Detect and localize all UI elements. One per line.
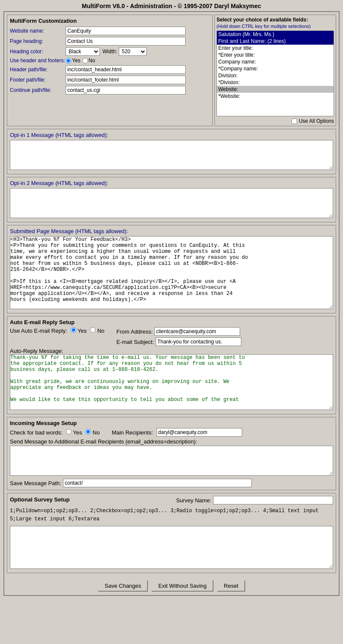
- survey-textarea[interactable]: [10, 526, 333, 569]
- use-auto-email-label: Use Auto E-mail Reply:: [10, 328, 67, 334]
- auto-email-left: Use Auto E-mail Reply: Yes No: [10, 327, 105, 336]
- auto-email-section: Auto E-mail Reply Setup Use Auto E-mail …: [7, 316, 336, 414]
- use-all-row: Use All Options: [217, 118, 334, 124]
- bad-words-yes-label[interactable]: Yes: [66, 429, 82, 436]
- heading-color-label: Heading color:: [10, 49, 66, 55]
- yes-radio-label[interactable]: Yes: [66, 58, 81, 64]
- optin1-section: Opt-in 1 Message (HTML tags allowed):: [7, 129, 336, 174]
- from-address-input[interactable]: [154, 327, 240, 336]
- optin2-header: Opt-in 2 Message (HTML tags allowed):: [10, 180, 333, 186]
- survey-header-row: Optional Survey Setup Survey Name:: [10, 496, 333, 504]
- use-auto-email-row: Use Auto E-mail Reply: Yes No: [10, 327, 105, 334]
- auto-no-radio[interactable]: [90, 327, 96, 333]
- save-path-input[interactable]: [63, 479, 252, 487]
- save-changes-button[interactable]: Save Changes: [98, 580, 148, 592]
- auto-reply-textarea[interactable]: Thank-you %f for taking the time to e-ma…: [10, 354, 333, 410]
- exit-without-saving-button[interactable]: Exit Without Saving: [151, 580, 214, 592]
- optin2-label-bold: Opt-in 2 Message: [10, 180, 54, 186]
- continue-path-input[interactable]: [66, 86, 186, 94]
- buttons-row: Save Changes Exit Without Saving Reset: [4, 576, 339, 595]
- use-header-label: Use header and footers:: [10, 58, 66, 64]
- heading-color-select[interactable]: Black White Red Blue Green: [66, 47, 100, 56]
- optin2-label-suffix: (HTML tags allowed):: [54, 180, 108, 186]
- website-name-label: Website name:: [10, 28, 66, 34]
- optin1-textarea[interactable]: [10, 140, 333, 170]
- optin1-label-bold: Opt-in 1 Message: [10, 132, 54, 138]
- page-heading-row: Page heading:: [10, 37, 210, 46]
- yes-radio[interactable]: [66, 58, 71, 64]
- no-radio[interactable]: [82, 58, 88, 64]
- auto-email-top: Use Auto E-mail Reply: Yes No From Addre…: [10, 327, 333, 346]
- auto-reply-label: Auto-Reply Message:: [10, 348, 333, 354]
- submitted-page-label-bold: Submitted Page Message: [10, 228, 74, 234]
- auto-yes-radio[interactable]: [71, 327, 76, 333]
- fields-listbox[interactable]: Salutation (Mr. Mrs. Ms.) First and Last…: [217, 30, 334, 116]
- email-subject-label: E-mail Subject:: [117, 339, 154, 345]
- incoming-top-row: Check for bad words: Yes No Main Recipie…: [10, 428, 333, 437]
- use-all-checkbox[interactable]: [292, 118, 297, 124]
- page-title: MultiForm V6.0 - Administration - © 1995…: [0, 0, 343, 11]
- use-header-radio-group: Yes No: [66, 58, 95, 64]
- customization-panel: MultiForm Customization Website name: Pa…: [7, 15, 213, 126]
- email-subject-input[interactable]: [156, 337, 241, 346]
- submitted-page-textarea[interactable]: <H3>Thank-you %f For Your Feedback</H3> …: [10, 236, 333, 309]
- continue-path-row: Continue path/file:: [10, 86, 210, 94]
- footer-path-label: Footer path/file:: [10, 77, 66, 83]
- use-all-label[interactable]: Use All Options: [299, 118, 334, 124]
- header-path-row: Header path/file:: [10, 65, 210, 74]
- survey-name-label: Survey Name:: [176, 497, 211, 504]
- continue-path-label: Continue path/file:: [10, 87, 66, 93]
- heading-color-row: Heading color: Black White Red Blue Gree…: [10, 47, 210, 56]
- survey-section: Optional Survey Setup Survey Name: 1;Pul…: [7, 493, 336, 573]
- fields-panel: Select your choice of available fields: …: [214, 15, 336, 126]
- additional-textarea[interactable]: [10, 446, 333, 476]
- survey-instructions: 1;Pulldown=op1;op2;op3... 2;Checkbox=op1…: [10, 507, 333, 523]
- submitted-page-header: Submitted Page Message (HTML tags allowe…: [10, 228, 333, 234]
- main-container: MultiForm Customization Website name: Pa…: [3, 11, 340, 596]
- incoming-section: Incoming Message Setup Check for bad wor…: [7, 417, 336, 490]
- header-path-label: Header path/file:: [10, 67, 66, 73]
- email-subject-row: E-mail Subject:: [117, 337, 241, 346]
- auto-email-right: From Address: E-mail Subject:: [117, 327, 241, 346]
- reset-button[interactable]: Reset: [217, 580, 245, 592]
- page-heading-label: Page heading:: [10, 38, 66, 44]
- website-name-input[interactable]: [66, 27, 186, 35]
- survey-name-row: Survey Name:: [176, 496, 333, 504]
- bad-words-no-radio[interactable]: [85, 429, 91, 434]
- footer-path-input[interactable]: [66, 76, 186, 84]
- header-path-input[interactable]: [66, 65, 186, 74]
- width-select[interactable]: 520 480 640 760: [119, 47, 147, 56]
- from-address-row: From Address:: [117, 327, 241, 336]
- page-heading-input[interactable]: [66, 37, 186, 46]
- customization-title: MultiForm Customization: [10, 18, 210, 24]
- auto-yes-label[interactable]: Yes: [71, 327, 87, 334]
- submitted-page-section: Submitted Page Message (HTML tags allowe…: [7, 225, 336, 313]
- main-recipients-input[interactable]: [156, 428, 242, 437]
- fields-subtitle: (Hold down CTRL key for multiple selecti…: [217, 24, 334, 29]
- bad-words-label: Check for bad words:: [10, 429, 63, 436]
- website-name-row: Website name:: [10, 27, 210, 35]
- heading-color-controls: Black White Red Blue Green Width: 520 48…: [66, 47, 147, 56]
- use-header-row: Use header and footers: Yes No: [10, 58, 210, 64]
- save-path-row: Save Message Path:: [10, 479, 333, 487]
- no-radio-label[interactable]: No: [82, 58, 95, 64]
- survey-label: Optional Survey Setup: [10, 496, 69, 503]
- optin2-textarea[interactable]: [10, 188, 333, 218]
- fields-title: Select your choice of available fields:: [217, 17, 334, 23]
- optin2-section: Opt-in 2 Message (HTML tags allowed):: [7, 177, 336, 222]
- survey-name-input[interactable]: [213, 496, 333, 504]
- from-address-label: From Address:: [117, 328, 153, 335]
- bad-words-no-label[interactable]: No: [85, 429, 99, 436]
- auto-email-header: Auto E-mail Reply Setup: [10, 319, 333, 325]
- main-recipients-label: Main Recipients:: [112, 429, 153, 436]
- footer-path-row: Footer path/file:: [10, 76, 210, 84]
- additional-label: Send Message to Additional E-mail Recipi…: [10, 438, 333, 445]
- bad-words-yes-radio[interactable]: [66, 429, 72, 434]
- optin1-header: Opt-in 1 Message (HTML tags allowed):: [10, 132, 333, 138]
- top-section: MultiForm Customization Website name: Pa…: [7, 15, 336, 126]
- submitted-page-label-suffix: (HTML tags allowed):: [74, 228, 128, 234]
- save-path-label: Save Message Path:: [10, 480, 61, 486]
- auto-reply-message-container: Auto-Reply Message: Thank-you %f for tak…: [10, 348, 333, 411]
- optin1-label-suffix: (HTML tags allowed):: [54, 132, 108, 138]
- auto-no-label[interactable]: No: [90, 327, 104, 334]
